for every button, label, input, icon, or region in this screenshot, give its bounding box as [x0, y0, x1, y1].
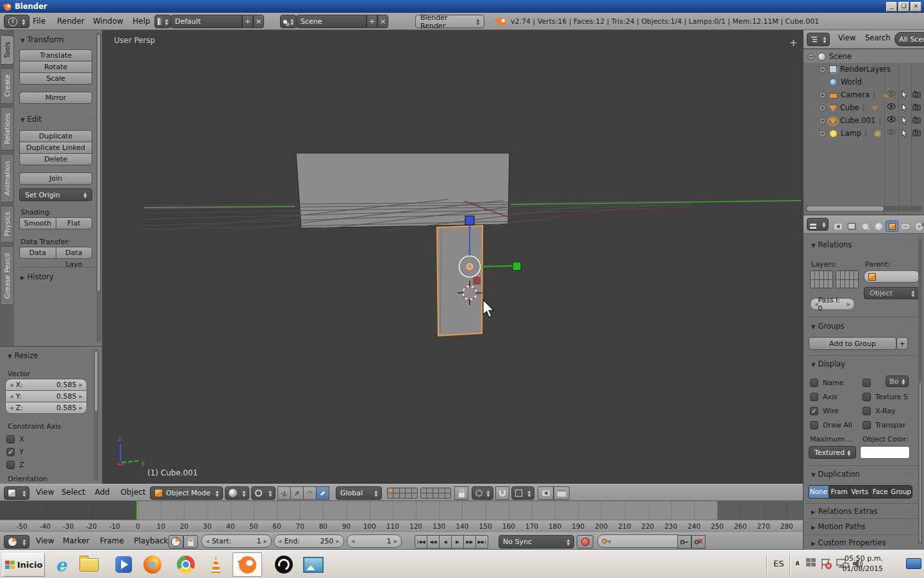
relations-layers-grid-1[interactable] — [810, 270, 833, 288]
keying-set-field[interactable] — [597, 534, 678, 548]
taskbar-app-windows-media-player[interactable] — [110, 552, 137, 577]
layer-cell[interactable] — [393, 493, 399, 498]
panel-grip[interactable]: :::: — [905, 323, 915, 329]
layer-cell[interactable] — [850, 280, 854, 288]
layer-cell[interactable] — [445, 493, 450, 498]
panel-header-custom-properties[interactable]: ▶Custom Properties — [811, 538, 886, 547]
properties-editor-selector[interactable]: ▲▼ — [807, 218, 829, 231]
expander-icon[interactable]: + — [819, 66, 826, 73]
play-button[interactable]: ▶ — [451, 535, 464, 549]
scale-button[interactable]: Scale — [19, 72, 92, 85]
panel-grip[interactable]: :::: — [905, 361, 915, 367]
end-frame-field[interactable]: ◀End: 250▶ — [274, 534, 344, 548]
outliner-item-cube[interactable]: +Cube| — [804, 101, 924, 114]
checkbox-z[interactable] — [6, 461, 15, 469]
panel-header-edit[interactable]: ▼Edit — [21, 115, 42, 124]
start-frame-field[interactable]: ◀Start: 1▶ — [201, 534, 272, 548]
display-option-draw-all[interactable]: Draw All — [810, 418, 852, 432]
properties-tab-world[interactable] — [872, 220, 885, 232]
timeline-menu-frame[interactable]: Frame — [96, 533, 128, 549]
layer-cell[interactable] — [854, 280, 858, 288]
layer-cell[interactable] — [836, 271, 840, 279]
layer-cell[interactable] — [412, 493, 417, 498]
taskbar-app-blender[interactable] — [233, 552, 262, 577]
viewport-3d-scene[interactable]: z y — [103, 30, 803, 484]
translate-button[interactable]: Translate — [19, 49, 92, 62]
join-button[interactable]: Join — [19, 172, 92, 185]
layer-cell[interactable] — [433, 493, 438, 498]
view3d-editor-selector[interactable]: ▲▼ — [4, 486, 29, 500]
expander-icon[interactable]: + — [819, 104, 826, 111]
data-button[interactable]: Data — [19, 247, 56, 259]
layer-cell[interactable] — [824, 271, 828, 279]
taskbar-app-image-viewer[interactable] — [300, 552, 327, 577]
properties-tab-render[interactable] — [832, 220, 845, 232]
panel-header-groups[interactable]: ▼Groups — [811, 322, 845, 331]
layer-cell[interactable] — [854, 271, 858, 279]
checkbox-x[interactable] — [6, 435, 15, 443]
expander-icon[interactable]: + — [819, 130, 826, 137]
render-visibility-icon[interactable] — [912, 103, 921, 111]
tray-desktop-icon[interactable] — [906, 558, 921, 569]
panel-grip[interactable]: :::: — [905, 540, 915, 545]
panel-grip[interactable]: :::: — [905, 524, 915, 529]
duplicate-button[interactable]: Duplicate — [19, 130, 92, 142]
parent-field[interactable] — [864, 270, 920, 283]
eye-icon[interactable] — [887, 116, 896, 122]
outliner-item-world[interactable]: World — [804, 76, 924, 88]
editor-type-selector[interactable]: i ▲▼ — [4, 15, 29, 28]
proportional-edit-dropdown[interactable]: ▲▼ — [472, 486, 493, 500]
taskbar-app-obs[interactable] — [270, 552, 297, 577]
viewport-3d[interactable]: User Persp + (1) Cube.001 — [103, 30, 803, 484]
tool-tab-animation[interactable]: Animation — [1, 154, 14, 202]
display-option-name[interactable]: Name — [810, 376, 852, 390]
panel-grip[interactable]: :::: — [905, 471, 915, 477]
properties-tab-scene[interactable] — [859, 220, 871, 232]
layer-cell[interactable] — [427, 493, 432, 498]
manipulator-x-handle[interactable] — [473, 277, 481, 285]
duplication-group[interactable]: Group — [891, 486, 912, 498]
timeline-menu-marker[interactable]: Marker — [59, 533, 93, 549]
layer-cell[interactable] — [393, 488, 399, 493]
layer-cell[interactable] — [412, 488, 417, 493]
bounds-type-dropdown[interactable]: Bo ▲▼ — [886, 376, 909, 387]
tool-tab-grease-pencil[interactable]: Grease Pencil — [1, 246, 14, 305]
layer-cell[interactable] — [820, 271, 823, 279]
checkbox[interactable] — [862, 407, 871, 415]
layer-cell[interactable] — [845, 280, 849, 288]
add-group-plus-button[interactable]: + — [896, 337, 908, 350]
layer-cell[interactable] — [845, 271, 849, 279]
layer-cell[interactable] — [439, 488, 444, 493]
layer-cell[interactable] — [850, 271, 854, 279]
vector-field-z[interactable]: ◀Z:0.585▶ — [5, 402, 87, 414]
tool-tab-physics[interactable]: Physics — [1, 206, 14, 243]
taskbar-app-chrome[interactable] — [172, 552, 199, 577]
delete-keyframe-button[interactable] — [691, 535, 705, 549]
data-layo-button[interactable]: Data Layo — [56, 247, 93, 259]
tray-clock[interactable]: 05:50 p.m. 01/08/2015 — [838, 554, 883, 574]
tray-action-center-icon[interactable] — [820, 558, 833, 570]
constraint-axis-z[interactable]: Z — [6, 458, 83, 471]
prev-keyframe-button[interactable]: ◀◀ — [427, 535, 440, 549]
layout-delete-button[interactable]: × — [253, 15, 264, 28]
set-origin-dropdown[interactable]: Set Origin▲▼ — [19, 188, 92, 201]
duplicate-linked-button[interactable]: Duplicate Linked — [19, 142, 92, 154]
taskbar-app-firefox[interactable] — [139, 552, 166, 577]
outliner-item-renderlayers[interactable]: +RenderLayers — [804, 63, 924, 76]
panel-grip[interactable]: :::: — [78, 352, 88, 358]
layer-cell[interactable] — [811, 280, 814, 288]
layer-cell[interactable] — [388, 493, 393, 498]
view3d-menu-select[interactable]: Select — [58, 484, 89, 500]
screen-layout-field[interactable]: Default — [170, 15, 242, 28]
layer-cell[interactable] — [388, 488, 393, 493]
layer-cell[interactable] — [433, 488, 438, 493]
layer-cell[interactable] — [824, 280, 828, 288]
delete-button[interactable]: Delete — [19, 153, 92, 165]
render-opengl-anim-button[interactable] — [554, 486, 570, 500]
display-option-transpar[interactable]: Transpar — [862, 418, 908, 432]
scene-field[interactable]: Scene — [296, 15, 367, 28]
render-visibility-icon[interactable] — [912, 116, 921, 124]
checkbox[interactable]: ✓ — [810, 407, 818, 415]
snap-toggle-button[interactable] — [495, 486, 509, 500]
panel-header-resize[interactable]: ▼Resize — [8, 351, 38, 360]
